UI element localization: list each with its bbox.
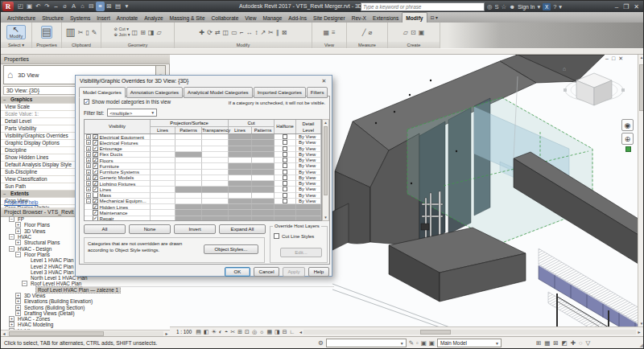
projection-patterns-cell[interactable] xyxy=(175,199,202,204)
visibility-checkbox[interactable]: ✓ xyxy=(93,134,98,139)
category-row-electrical-fixtures[interactable]: +✓Electrical Fixtures By View xyxy=(85,140,321,146)
user-icon[interactable]: ☻ xyxy=(509,3,515,10)
move-icon[interactable]: ✚ xyxy=(199,29,204,36)
visibility-checkbox[interactable]: ✓ xyxy=(93,210,98,215)
visibility-checkbox[interactable]: ✓ xyxy=(93,163,98,168)
ribbon-tab-manage[interactable]: Manage xyxy=(260,13,286,23)
edit-button[interactable]: Edit... xyxy=(280,248,322,257)
visibility-checkbox[interactable]: ✓ xyxy=(93,140,98,145)
halftone-checkbox[interactable] xyxy=(283,181,287,186)
filter-icon[interactable]: ▽ xyxy=(585,339,590,347)
tree-item-sections-building-section[interactable]: +Sections (Building Section) xyxy=(2,304,170,310)
cut-lines-cell[interactable] xyxy=(229,199,252,204)
panel-label-measure[interactable]: Measure xyxy=(347,42,387,48)
help-icon[interactable]: ? xyxy=(553,3,556,10)
transparency-cell[interactable] xyxy=(202,146,229,152)
rotate-icon[interactable]: ⟳ xyxy=(207,29,213,36)
delete-icon[interactable]: ⊠ xyxy=(282,29,287,36)
panel-label-select[interactable]: Select ▾ xyxy=(1,42,31,48)
ribbon-tab-view[interactable]: View xyxy=(242,13,259,23)
cut-lines-cell[interactable] xyxy=(229,210,252,216)
active-workset-combo[interactable]: ▼ xyxy=(326,339,407,347)
temporary-hide-isolate-icon[interactable]: ◎ xyxy=(252,328,257,336)
ribbon-tab-rev-x[interactable]: Rev-X xyxy=(349,13,369,23)
visibility-checkbox[interactable]: ✓ xyxy=(93,170,98,174)
apply-button[interactable]: Apply xyxy=(283,267,305,277)
ribbon-tab-structure[interactable]: Structure xyxy=(39,13,67,23)
shadows-icon[interactable]: ◐ xyxy=(219,328,222,336)
dialog-tab-analytical-model-categories[interactable]: Analytical Model Categories xyxy=(184,87,253,98)
expand-icon[interactable]: + xyxy=(86,187,91,191)
panel-label-view[interactable]: View xyxy=(312,42,346,48)
expand-icon[interactable]: + xyxy=(86,134,91,139)
halftone-cell[interactable] xyxy=(275,187,296,192)
projection-patterns-cell[interactable] xyxy=(175,210,202,216)
scroll-down-icon[interactable]: ▼ xyxy=(638,322,644,326)
tree-item-hvac-zones[interactable]: +HVAC - Zones xyxy=(2,316,170,322)
copy-icon[interactable]: ▯ xyxy=(85,29,89,36)
customize-qat-icon[interactable]: ▾ xyxy=(122,2,131,11)
projection-lines-cell[interactable] xyxy=(151,163,175,169)
canvas-vscrollbar[interactable]: ▲ ▼ xyxy=(638,55,644,326)
projection-patterns-cell[interactable] xyxy=(175,163,202,169)
combo-dropdown-icon[interactable]: ▼ xyxy=(398,341,406,346)
projection-lines-cell[interactable] xyxy=(151,216,175,221)
exchange-apps-icon[interactable]: X xyxy=(543,3,551,10)
expand-icon[interactable]: + xyxy=(9,316,14,322)
expand-icon[interactable]: + xyxy=(15,298,21,304)
favorites-icon[interactable]: ☆ xyxy=(502,3,507,10)
show-crop-icon[interactable]: ⊞ xyxy=(237,328,242,336)
visibility-checkbox[interactable]: ✓ xyxy=(93,175,98,180)
halftone-cell[interactable] xyxy=(275,158,296,163)
projection-lines-cell[interactable] xyxy=(151,140,175,146)
cut-patterns-cell[interactable] xyxy=(252,175,275,181)
lock-view-icon[interactable]: ⊡ xyxy=(245,328,250,336)
cut-lines-cell[interactable] xyxy=(229,175,252,181)
halftone-cell[interactable] xyxy=(275,170,296,175)
expand-icon[interactable]: + xyxy=(86,146,91,151)
sign-in-button[interactable]: Sign In xyxy=(518,4,535,10)
reveal-constraints-icon[interactable]: ∟ xyxy=(290,328,295,336)
hide-analytical-icon[interactable]: ⊟ xyxy=(283,328,287,336)
transparency-cell[interactable] xyxy=(202,134,229,140)
cut-patterns-cell[interactable] xyxy=(252,170,275,175)
transparency-cell[interactable] xyxy=(202,216,229,221)
scroll-right-icon[interactable]: ► xyxy=(636,330,642,335)
projection-patterns-cell[interactable] xyxy=(175,158,202,163)
projection-patterns-cell[interactable] xyxy=(175,204,202,210)
design-options-icon[interactable]: ▣ xyxy=(429,339,435,347)
expand-icon[interactable]: + xyxy=(86,170,91,174)
transparency-cell[interactable] xyxy=(202,140,229,146)
transparency-cell[interactable] xyxy=(202,175,229,181)
close-hidden-windows-icon[interactable]: ⊠ xyxy=(105,2,114,11)
visibility-checkbox[interactable]: ✓ xyxy=(93,152,98,157)
panel-label-clipboard[interactable]: Clipboard xyxy=(62,42,101,48)
projection-lines-cell[interactable] xyxy=(151,187,175,192)
gray-inactive-icon[interactable]: ▫ xyxy=(416,339,419,347)
all-button[interactable]: All xyxy=(84,224,126,234)
collapse-icon[interactable]: − xyxy=(9,216,14,222)
detail-level-cell[interactable]: By View xyxy=(296,187,321,192)
transparency-cell[interactable] xyxy=(202,193,229,199)
scroll-thumb[interactable] xyxy=(324,126,328,195)
view-minimize-icon[interactable]: – xyxy=(605,55,609,62)
properties-help-link[interactable]: Properties help xyxy=(4,199,38,205)
sign-in-dropdown-icon[interactable]: ▾ xyxy=(537,3,540,10)
help-dropdown-icon[interactable]: ▾ xyxy=(559,3,562,10)
scroll-thumb[interactable] xyxy=(420,330,451,335)
transparency-cell[interactable] xyxy=(202,181,229,187)
linework-icon[interactable]: ≡ xyxy=(332,29,336,36)
properties-palette-icon[interactable]: ▤ xyxy=(41,26,52,39)
communication-center-icon[interactable]: ◎ xyxy=(487,3,493,10)
scale-button[interactable]: 1 : 100 xyxy=(176,329,192,335)
transparency-cell[interactable] xyxy=(202,163,229,169)
default-3d-view-icon[interactable]: ⌂ xyxy=(78,2,87,11)
expand-icon[interactable]: + xyxy=(15,293,21,298)
align-icon[interactable]: ↔ xyxy=(246,29,252,36)
category-row-floors[interactable]: +✓Floors By View xyxy=(85,158,321,163)
paste-icon[interactable]: ▥ xyxy=(65,27,75,38)
visibility-checkbox[interactable]: ✓ xyxy=(93,199,98,203)
panel-label-modify[interactable]: Modify xyxy=(175,42,312,48)
ribbon-tab-architecture[interactable]: Architecture xyxy=(4,13,39,23)
demolish-icon[interactable]: ▱ xyxy=(156,29,161,36)
